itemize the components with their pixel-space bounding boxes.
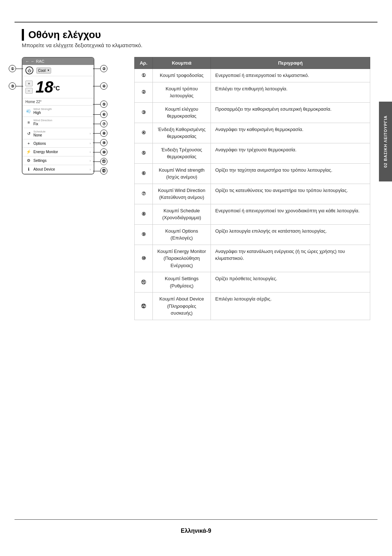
table-cell-desc: Αναγράφει την κατανάλωση ενέργειας (ή τι… (211, 245, 370, 272)
page-title: Οθόνη ελέγχου (22, 29, 370, 41)
table-cell-num: ③ (135, 102, 153, 123)
table-cell-desc: Ενεργοποιεί ή απενεργοποιεί το κλιματιστ… (211, 69, 370, 82)
about-device-icon: ℹ (25, 167, 32, 172)
table-row: ②Κουμπί τρόπου λειτουργίαςΕπιλέγει την ε… (135, 82, 370, 102)
callout-num-8: ⑧ (100, 130, 107, 137)
energy-monitor-arrow-icon: › (90, 150, 91, 154)
wind-strength-value: High (33, 111, 41, 115)
callout-num-7: ⑦ (100, 120, 107, 127)
about-device-label: About Device (33, 167, 55, 171)
energy-monitor-icon: ⚡ (25, 150, 32, 154)
wind-direction-icon: ≡ (25, 120, 32, 124)
temperature-display: + − 18°C (23, 76, 94, 98)
table-cell-num: ⑦ (135, 184, 153, 204)
footer-page-number: Ελληνικά-9 (0, 528, 392, 534)
table-cell-desc: Ορίζει λειτουργία επιλογής σε κατάσταση … (211, 224, 370, 245)
callout-10: ⑩ (93, 148, 107, 156)
mode-dropdown[interactable]: Cool (36, 68, 51, 74)
chapter-tab: 02 ΒΑΣΙΚΗ ΛΕΙΤΟΥΡΓΙΑ (379, 102, 392, 181)
schedule-icon: ↺ (25, 131, 32, 136)
callout-9: ⑨ (93, 139, 107, 146)
callout-num-1: ① (9, 65, 16, 72)
temperature-number: 18 (36, 78, 53, 96)
table-cell-num: ⑤ (135, 143, 153, 163)
wind-strength-menu-item[interactable]: 💨 Wind Strength High (23, 106, 94, 117)
wind-direction-menu-item[interactable]: ≡ Wind Direction Fix (23, 117, 94, 128)
content-layout: ← ← RAC ⏻ Cool (22, 57, 370, 320)
col-header-num: Αρ. (135, 57, 153, 69)
callout-num-4: ④ (100, 82, 107, 90)
table-cell-desc: Επιλέγει την επιθυμητή λειτουργία. (211, 82, 370, 102)
callout-num-10: ⑩ (100, 148, 107, 156)
table-cell-desc: Επιλέγει λειτουργία σέρβις. (211, 293, 370, 320)
back-arrow-icon: ← (25, 59, 29, 64)
table-cell-num: ⑩ (135, 245, 153, 272)
callout-5: ⑤ (93, 101, 107, 108)
table-row: ⑦Κουμπί Wind Direction (Κατεύθυνση ανέμο… (135, 184, 370, 204)
controls-table: Αρ. Κουμπιά Περιγραφή ①Κουμπί τροφοδοσία… (134, 57, 370, 320)
table-cell-desc: Αναγράφει την τρέχουσα θερμοκρασία. (211, 143, 370, 163)
screen-row1: ⏻ Cool (23, 65, 94, 76)
room-temp-row: Home 22° (23, 98, 94, 106)
table-cell-button: Κουμπί τροφοδοσίας (153, 69, 211, 82)
table-row: ④Ένδειξη Καθορισμένης θερμοκρασίαςΑναγρά… (135, 123, 370, 143)
table-cell-button: Κουμπί Energy Monitor (Παρακολούθηση Ενέ… (153, 245, 211, 272)
callout-num-3: ③ (9, 82, 16, 90)
options-menu-item[interactable]: + Options › (23, 139, 94, 148)
device-ui: ← ← RAC ⏻ Cool (22, 57, 123, 176)
callout-7: ⑦ (93, 120, 107, 127)
settings-menu-item[interactable]: ⚙ Settings › (23, 156, 94, 165)
settings-arrow-icon: › (90, 159, 91, 163)
table-cell-button: Κουμπί Settings (Ρυθμίσεις) (153, 272, 211, 293)
callout-4: ④ (93, 82, 107, 90)
settings-icon: ⚙ (25, 158, 32, 163)
callout-num-2: ② (100, 65, 107, 72)
table-row: ⑪Κουμπί Settings (Ρυθμίσεις)Ορίζει πρόσθ… (135, 272, 370, 293)
col-header-desc: Περιγραφή (211, 57, 370, 69)
callout-num-9: ⑨ (100, 139, 107, 146)
callout-1: ① (9, 65, 23, 72)
table-cell-num: ② (135, 82, 153, 102)
wind-strength-sublabel: Wind Strength (33, 107, 91, 111)
table-cell-num: ⑫ (135, 293, 153, 320)
room-temp-label: Home 22° (25, 100, 42, 104)
schedule-menu-item[interactable]: ↺ Schedule None › (23, 128, 94, 139)
device-screen: ← ← RAC ⏻ Cool (22, 57, 94, 175)
temp-value-display: 18°C (36, 79, 60, 95)
callout-num-12: ⑫ (100, 167, 107, 175)
top-border-line (15, 22, 377, 23)
col-header-button: Κουμπιά (153, 57, 211, 69)
table-cell-desc: Ορίζει πρόσθετες λειτουργίες. (211, 272, 370, 293)
temp-minus-button[interactable]: − (25, 88, 33, 94)
about-device-menu-item[interactable]: ℹ About Device › (23, 165, 94, 174)
about-device-arrow-icon: › (90, 168, 91, 171)
wind-strength-icon: 💨 (25, 109, 32, 114)
table-cell-desc: Ενεργοποιεί ή απενεργοποιεί τον χρονοδια… (211, 204, 370, 224)
table-row: ⑨Κουμπί Options (Επιλογές)Ορίζει λειτουρ… (135, 224, 370, 245)
table-row: ⑫Κουμπί About Device (Πληροφορίες συσκευ… (135, 293, 370, 320)
power-button[interactable]: ⏻ (25, 66, 33, 74)
schedule-arrow-icon: › (90, 132, 91, 135)
table-cell-num: ⑪ (135, 272, 153, 293)
table-cell-button: Κουμπί ελέγχου θερμοκρασίας (153, 102, 211, 123)
bottom-border-line (15, 519, 377, 520)
callout-num-6: ⑥ (100, 111, 107, 118)
temp-plus-button[interactable]: + (25, 81, 33, 86)
mode-label: Cool (38, 69, 46, 73)
table-cell-num: ⑧ (135, 204, 153, 224)
table-cell-num: ① (135, 69, 153, 82)
callout-6: ⑥ (93, 111, 107, 118)
callout-12: ⑫ (93, 167, 107, 175)
table-cell-desc: Αναγράφει την καθορισμένη θερμοκρασία. (211, 123, 370, 143)
energy-monitor-menu-item[interactable]: ⚡ Energy Monitor › (23, 148, 94, 156)
callout-2: ② (93, 65, 107, 72)
power-icon: ⏻ (28, 69, 31, 73)
table-row: ⑧Κουμπί Schedule (Χρονοδιάγραμμα)Ενεργοπ… (135, 204, 370, 224)
table-cell-button: Κουμπί Wind Direction (Κατεύθυνση ανέμου… (153, 184, 211, 204)
options-icon: + (25, 141, 32, 146)
table-row: ⑤Ένδειξη Τρέχουσας θερμοκρασίαςΑναγράφει… (135, 143, 370, 163)
wind-direction-sublabel: Wind Direction (33, 119, 91, 122)
table-cell-num: ④ (135, 123, 153, 143)
table-cell-button: Κουμπί Options (Επιλογές) (153, 224, 211, 245)
options-arrow-icon: › (90, 142, 91, 145)
